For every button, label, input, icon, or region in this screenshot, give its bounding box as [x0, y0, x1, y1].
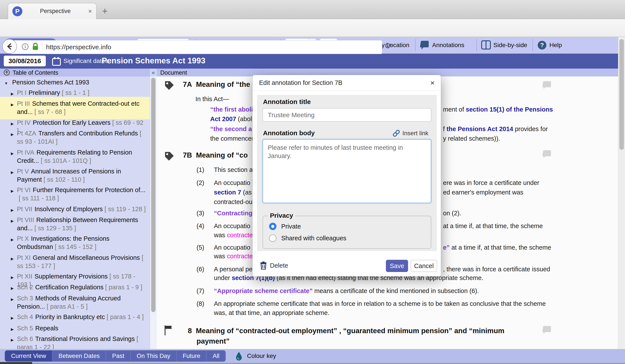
- tag-icon[interactable]: [164, 151, 175, 162]
- toc-item[interactable]: ▶Pt VAnnual Increases of Pensions in Pay…: [0, 166, 150, 185]
- delete-annotation-button[interactable]: Delete: [260, 261, 288, 270]
- toc-scrollbar-thumb[interactable]: [151, 78, 156, 312]
- chevron-right-icon[interactable]: ▶: [11, 101, 14, 109]
- filter-on-this-day[interactable]: On This Day: [130, 351, 176, 361]
- side-by-side-label[interactable]: Side-by-side: [493, 42, 527, 49]
- collapse-up-icon[interactable]: [3, 69, 10, 77]
- significant-dates-label[interactable]: Significant dates: [63, 58, 108, 64]
- annotation-body-label: Annotation body: [263, 129, 315, 137]
- chevron-right-icon[interactable]: ▶: [11, 206, 14, 214]
- toc-item[interactable]: ▶Pt VIIInsolvency of Employers[ ss 119 -…: [0, 204, 150, 215]
- doc-line: , there was in force a certificate issue…: [443, 266, 550, 273]
- window-scrollbar[interactable]: [618, 37, 625, 364]
- date-input[interactable]: [3, 55, 46, 67]
- chevron-right-icon[interactable]: ▶: [11, 273, 14, 282]
- annotations-icon[interactable]: [420, 40, 430, 51]
- toc-item[interactable]: ▶Pt VIFurther Requirements for Protectio…: [0, 185, 150, 204]
- toc-item[interactable]: ▶Pt XIGeneral and Miscellaneous Provisio…: [0, 253, 150, 272]
- statute-link[interactable]: Act 2007: [210, 116, 236, 122]
- statute-link[interactable]: section 15(1) of the Pensions: [466, 106, 553, 113]
- chevron-right-icon[interactable]: ▶: [11, 187, 14, 195]
- browser-tab[interactable]: P Perspective ×: [8, 3, 96, 19]
- chevron-down-icon[interactable]: ▼: [4, 79, 8, 88]
- toc-scrollbar[interactable]: [150, 76, 157, 349]
- toc-item[interactable]: ▶Sch 5Repeals: [0, 323, 150, 334]
- url-text[interactable]: https://perspective.info: [46, 43, 111, 51]
- view-filter-group: Current View Between Dates Past On This …: [5, 350, 226, 362]
- chevron-right-icon[interactable]: ▶: [11, 130, 14, 139]
- toc-root-item[interactable]: ▼ Pension Schemes Act 1993: [0, 77, 150, 88]
- statute-link[interactable]: the Pensions Act 2014: [446, 125, 513, 132]
- document-panel-header: Document: [160, 69, 187, 76]
- window-scrollbar-thumb[interactable]: [619, 39, 624, 150]
- doc-line: f the Pensions Act 2014 provides for: [443, 125, 548, 133]
- para-number: (2): [196, 179, 204, 186]
- collapse-sidebar-button[interactable]: «: [150, 69, 157, 76]
- chevron-right-icon[interactable]: ▶: [11, 217, 14, 225]
- side-by-side-icon[interactable]: [481, 40, 491, 50]
- chevron-right-icon[interactable]: ▶: [11, 150, 14, 158]
- toc-item[interactable]: ▶Sch 6Transitional Provisions and Saving…: [0, 334, 150, 349]
- chevron-right-icon[interactable]: ▶: [11, 236, 14, 244]
- filter-past[interactable]: Past: [106, 351, 130, 361]
- url-bar[interactable]: https://perspective.info: [10, 40, 382, 54]
- reload-icon[interactable]: ⟳: [385, 41, 392, 51]
- chevron-right-icon[interactable]: ▶: [11, 314, 14, 322]
- toc-item[interactable]: ▶Pt XInvestigations: the Pensions Ombuds…: [0, 234, 150, 253]
- radio-unselected-icon[interactable]: [269, 234, 277, 242]
- chevron-right-icon[interactable]: ▶: [11, 168, 14, 177]
- filter-between-dates[interactable]: Between Dates: [52, 351, 106, 361]
- toc-item[interactable]: ▶Sch 2Certification Regulations[ paras 1…: [0, 282, 150, 293]
- help-label[interactable]: Help: [549, 42, 562, 49]
- calendar-icon[interactable]: [52, 57, 61, 67]
- filter-future[interactable]: Future: [176, 351, 206, 361]
- browser-navigation-bar: https://perspective.info ⟳: [0, 19, 625, 37]
- annotation-body-textarea[interactable]: Please refer to minutes of last trustee …: [263, 139, 431, 203]
- close-icon[interactable]: ×: [430, 79, 434, 87]
- document-title-bar: Significant dates Pension Schemes Act 19…: [0, 54, 625, 69]
- doc-line: An appropriate scheme certificate that w…: [214, 300, 546, 307]
- doc-line: An occupatio: [214, 244, 250, 251]
- new-tab-button[interactable]: +: [102, 6, 108, 17]
- doc-line: In this Act—: [195, 95, 229, 103]
- chevron-right-icon[interactable]: ▶: [11, 120, 14, 128]
- save-button[interactable]: Save: [386, 260, 408, 272]
- info-icon[interactable]: [22, 43, 29, 51]
- comment-bubble-icon[interactable]: [542, 150, 552, 159]
- chevron-right-icon[interactable]: ▶: [11, 336, 14, 344]
- close-tab-icon[interactable]: ×: [88, 8, 92, 15]
- window-bottom-notch: [0, 362, 32, 364]
- toc-item-active[interactable]: ▶Pt IIISchemes that were Contracted-out …: [0, 97, 150, 119]
- privacy-option-shared[interactable]: Shared with colleagues: [269, 234, 346, 242]
- colour-key-control[interactable]: Colour key: [235, 351, 276, 361]
- filter-all[interactable]: All: [206, 351, 225, 361]
- toc-item[interactable]: ▶Pt 4ZATransfers and Contribution Refund…: [0, 128, 150, 147]
- radio-selected-icon[interactable]: [269, 223, 277, 230]
- toc-item[interactable]: ▶Pt IVARequirements Relating to Pension …: [0, 147, 150, 166]
- tag-icon[interactable]: [164, 80, 175, 91]
- chevron-right-icon[interactable]: ▶: [11, 284, 14, 293]
- privacy-option-private[interactable]: Private: [269, 223, 301, 230]
- comment-bubble-icon[interactable]: [542, 326, 552, 335]
- lock-icon[interactable]: [32, 43, 39, 52]
- toc-item[interactable]: ▶Sch 4Priority in Bankruptcy etc[ paras …: [0, 312, 150, 323]
- cancel-button[interactable]: Cancel: [411, 260, 437, 272]
- help-icon[interactable]: ?: [537, 40, 547, 51]
- para-number: (7): [196, 287, 204, 295]
- toc-item[interactable]: ▶Sch 3Methods of Revaluing Accrued Pensi…: [0, 293, 150, 312]
- annotations-label[interactable]: Annotations: [432, 42, 464, 49]
- annotation-title-input[interactable]: [263, 108, 431, 122]
- filter-current-view[interactable]: Current View: [5, 351, 52, 361]
- toc-item[interactable]: ▶Pt VIIIRelationship Between Requirement…: [0, 215, 150, 234]
- chevron-right-icon[interactable]: ▶: [11, 325, 14, 334]
- back-button[interactable]: [2, 39, 17, 54]
- doc-line: ment of section 15(1) of the Pensions: [443, 106, 553, 113]
- flag-icon[interactable]: [163, 325, 173, 337]
- chevron-right-icon[interactable]: ▶: [11, 295, 14, 304]
- comment-bubble-icon[interactable]: [542, 81, 552, 90]
- chevron-right-icon[interactable]: ▶: [11, 255, 14, 263]
- application-window: P Perspective × + https://perspective.in…: [0, 0, 625, 364]
- statute-link[interactable]: section 7: [214, 189, 241, 196]
- doc-line: on (2).: [443, 210, 461, 217]
- insert-link-button[interactable]: Insert link: [392, 129, 429, 137]
